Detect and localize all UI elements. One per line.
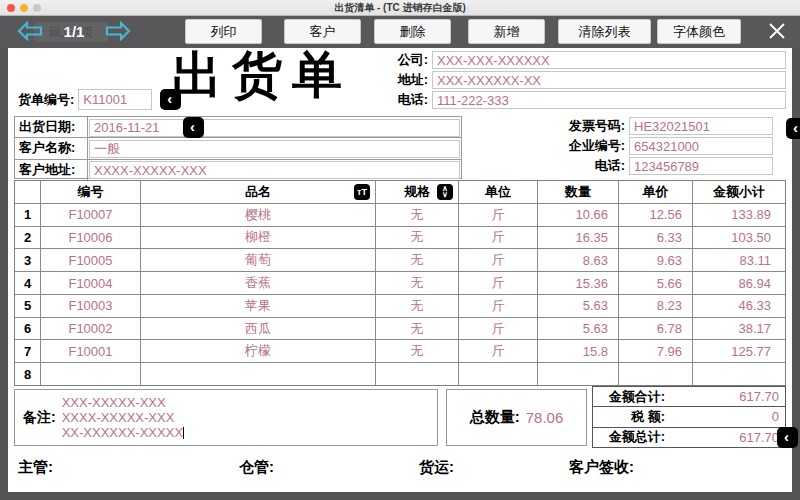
cell-unit[interactable]: 斤 <box>459 318 538 340</box>
cell-name[interactable]: 香蕉 <box>141 272 376 294</box>
cell-unit[interactable]: 斤 <box>459 340 538 362</box>
invoice-no-input[interactable] <box>629 117 773 135</box>
cell-unit[interactable]: 斤 <box>459 272 538 294</box>
invoice-no-prev-button[interactable]: ‹ <box>786 118 800 139</box>
cell-qty[interactable]: 5.63 <box>538 318 619 340</box>
cell-subtotal[interactable]: 103.50 <box>693 227 785 249</box>
print-button[interactable]: 列印 <box>185 19 262 44</box>
window-title: 出货清单 - (TC 进销存白金版) <box>0 1 800 15</box>
cell-price[interactable] <box>619 363 693 385</box>
cell-name[interactable]: 西瓜 <box>141 318 376 340</box>
cell-unit[interactable]: 斤 <box>459 295 538 317</box>
cell-subtotal[interactable]: 133.89 <box>693 204 785 226</box>
cell-code[interactable]: F10003 <box>41 295 141 317</box>
cell-qty[interactable]: 15.8 <box>538 340 619 362</box>
header-price: 单价 <box>619 181 693 203</box>
cell-qty[interactable]: 5.63 <box>538 295 619 317</box>
cell-spec[interactable]: 无 <box>376 227 459 249</box>
notes-box[interactable]: 备注: XXX-XXXXX-XXX XXXX-XXXXX-XXX XX-XXXX… <box>14 389 438 446</box>
tel-input[interactable] <box>629 157 773 175</box>
cell-subtotal[interactable]: 86.94 <box>693 272 785 294</box>
notes-label: 备注: <box>15 409 62 427</box>
font-color-button[interactable]: 字体颜色 <box>657 19 741 44</box>
next-page-button[interactable] <box>104 21 132 43</box>
cell-unit[interactable] <box>459 363 538 385</box>
cell-code[interactable]: F10006 <box>41 227 141 249</box>
cell-spec[interactable]: 无 <box>376 295 459 317</box>
cell-spec[interactable] <box>376 363 459 385</box>
minimize-traffic-light[interactable] <box>20 4 28 12</box>
grand-total-value: 617.70 <box>665 430 785 445</box>
cell-subtotal[interactable]: 38.17 <box>693 318 785 340</box>
cell-spec[interactable]: 无 <box>376 272 459 294</box>
tax-label: 税 额: <box>593 408 665 426</box>
form-title: 出货单 <box>172 42 352 109</box>
cell-code[interactable]: F10004 <box>41 272 141 294</box>
customer-address-input[interactable] <box>89 161 460 179</box>
table-row: 3 F10005 葡萄 无 斤 8.63 9.63 83.11 <box>15 248 785 271</box>
customer-button[interactable]: 客户 <box>284 19 361 44</box>
cell-name[interactable]: 苹果 <box>141 295 376 317</box>
spec-toggle-icon[interactable]: ∧ ∨ <box>437 184 453 200</box>
cell-unit[interactable]: 斤 <box>459 204 538 226</box>
cell-name[interactable]: 柳橙 <box>141 227 376 249</box>
cell-spec[interactable]: 无 <box>376 249 459 271</box>
customer-sign-label: 客户签收: <box>569 458 634 477</box>
cell-price[interactable]: 6.78 <box>619 318 693 340</box>
cell-unit[interactable]: 斤 <box>459 249 538 271</box>
prev-page-button[interactable] <box>16 21 44 43</box>
customer-name-input[interactable] <box>89 140 460 159</box>
company-no-input[interactable] <box>629 137 773 155</box>
company-input[interactable] <box>432 51 786 69</box>
cell-subtotal[interactable]: 125.77 <box>693 340 785 362</box>
clear-list-button[interactable]: 清除列表 <box>558 19 651 44</box>
cell-qty[interactable]: 10.66 <box>538 204 619 226</box>
cell-price[interactable]: 7.96 <box>619 340 693 362</box>
cell-unit[interactable]: 斤 <box>459 227 538 249</box>
cell-name[interactable] <box>141 363 376 385</box>
grand-total-prev-button[interactable]: ‹ <box>777 427 798 448</box>
cell-spec[interactable]: 无 <box>376 204 459 226</box>
order-no-label: 货单编号: <box>18 91 74 109</box>
cell-code[interactable] <box>41 363 141 385</box>
cell-subtotal[interactable] <box>693 363 785 385</box>
tel-label: 电话: <box>595 157 629 175</box>
close-window-button[interactable] <box>763 19 791 45</box>
cell-price[interactable]: 12.56 <box>619 204 693 226</box>
cell-code[interactable]: F10005 <box>41 249 141 271</box>
cell-name[interactable]: 葡萄 <box>141 249 376 271</box>
address-input[interactable] <box>432 71 786 89</box>
cell-spec[interactable]: 无 <box>376 318 459 340</box>
cell-qty[interactable] <box>538 363 619 385</box>
cell-price[interactable]: 5.66 <box>619 272 693 294</box>
add-button[interactable]: 新增 <box>468 19 545 44</box>
ship-date-input[interactable] <box>89 119 460 137</box>
company-label: 公司: <box>394 51 432 69</box>
toolbar: 回上一页 1/1 列印 客户 删除 新增 清除列表 字体颜色 <box>0 16 800 48</box>
cell-qty[interactable]: 8.63 <box>538 249 619 271</box>
cell-qty[interactable]: 15.36 <box>538 272 619 294</box>
chevron-left-icon: ‹ <box>784 429 789 444</box>
cell-price[interactable]: 9.63 <box>619 249 693 271</box>
cell-price[interactable]: 6.33 <box>619 227 693 249</box>
cell-name[interactable]: 樱桃 <box>141 204 376 226</box>
order-no-input[interactable] <box>78 89 152 110</box>
cell-name[interactable]: 柠檬 <box>141 340 376 362</box>
font-size-icon[interactable]: ᴛT <box>354 184 370 200</box>
cell-code[interactable]: F10007 <box>41 204 141 226</box>
cell-price[interactable]: 8.23 <box>619 295 693 317</box>
delete-button[interactable]: 删除 <box>374 19 451 44</box>
close-traffic-light[interactable] <box>7 4 15 12</box>
customer-info-box: 出货日期: ‹ 客户名称: 客户地址: <box>14 116 462 179</box>
cell-qty[interactable]: 16.35 <box>538 227 619 249</box>
phone-input[interactable] <box>432 91 786 109</box>
tax-value[interactable]: 0 <box>665 409 785 424</box>
cell-subtotal[interactable]: 83.11 <box>693 249 785 271</box>
invoice-no-label: 发票号码: <box>569 117 629 135</box>
ship-date-prev-button[interactable]: ‹ <box>183 117 204 138</box>
cell-code[interactable]: F10001 <box>41 340 141 362</box>
cell-subtotal[interactable]: 46.33 <box>693 295 785 317</box>
cell-code[interactable]: F10002 <box>41 318 141 340</box>
header-rownum <box>15 181 41 203</box>
cell-spec[interactable]: 无 <box>376 340 459 362</box>
